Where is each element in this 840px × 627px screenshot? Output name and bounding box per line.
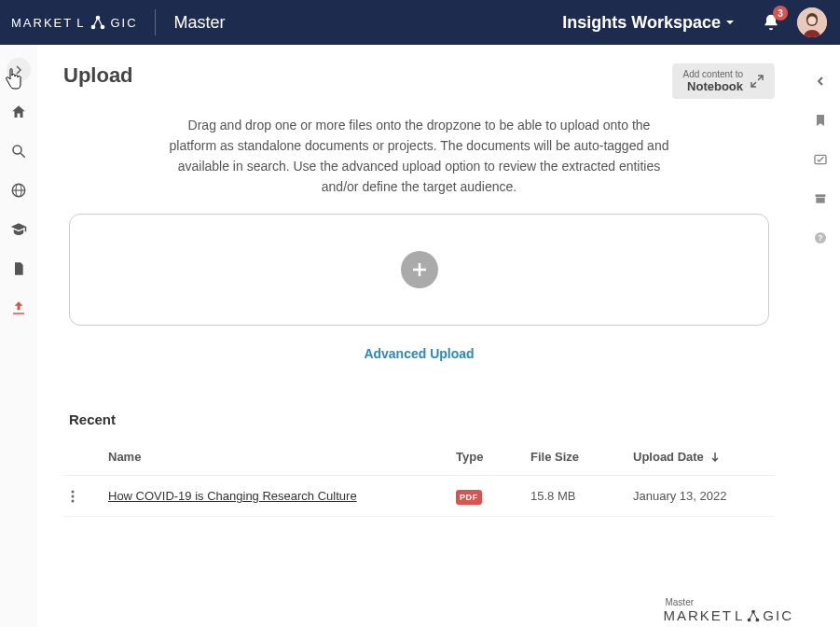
app-header: MARKET L GIC Master Insights Workspace 3 (0, 0, 840, 45)
footer-brand-c: GIC (763, 607, 793, 623)
sort-desc-icon (709, 452, 721, 463)
kebab-icon (71, 490, 75, 503)
caret-down-icon (724, 17, 736, 28)
svg-line-19 (753, 611, 757, 620)
svg-rect-22 (816, 198, 824, 203)
right-rail-checkmark[interactable] (812, 151, 829, 168)
upload-date: January 13, 2022 (626, 476, 775, 517)
document-icon (11, 260, 26, 277)
advanced-upload-link[interactable]: Advanced Upload (63, 346, 775, 361)
svg-point-15 (748, 618, 751, 621)
avatar-icon (797, 7, 827, 37)
globe-icon (10, 182, 27, 199)
brand-logo[interactable]: MARKET L GIC (0, 9, 156, 35)
recent-section-title: Recent (69, 411, 775, 427)
table-row: How COVID-19 is Changing Research Cultur… (63, 476, 775, 517)
col-name[interactable]: Name (101, 439, 448, 476)
brand-text-a: MARKET (11, 16, 73, 30)
footer-small: Master (665, 597, 793, 607)
notebook-line2: Notebook (683, 80, 744, 94)
add-to-notebook-button[interactable]: Add content to Notebook (672, 63, 776, 99)
footer-molecule-icon (746, 608, 761, 623)
brand-text-b: L (76, 16, 85, 30)
right-rail-help[interactable]: ? (812, 230, 829, 246)
insights-workspace-dropdown[interactable]: Insights Workspace (562, 13, 736, 33)
file-size: 15.8 MB (523, 476, 626, 517)
svg-rect-21 (816, 194, 826, 197)
col-size[interactable]: File Size (523, 439, 626, 476)
rail-expand-toggle[interactable] (7, 58, 31, 82)
chevron-left-icon (816, 77, 825, 86)
svg-line-4 (98, 18, 103, 27)
col-date[interactable]: Upload Date (626, 439, 775, 476)
upload-dropzone[interactable] (69, 214, 769, 326)
right-rail-collapse[interactable] (812, 73, 829, 90)
nav-globe[interactable] (9, 181, 28, 200)
upload-icon (10, 300, 27, 316)
right-nav-rail: ? (801, 45, 840, 627)
svg-line-3 (93, 18, 98, 27)
notifications-button[interactable]: 3 (762, 13, 780, 32)
svg-point-17 (756, 618, 760, 621)
dropzone-plus-icon (401, 251, 438, 288)
main-content: Upload Add content to Notebook Drag and … (37, 45, 801, 627)
recent-uploads-table: Name Type File Size Upload Date (63, 439, 775, 517)
row-actions-menu[interactable] (63, 476, 101, 517)
nav-home[interactable] (9, 103, 28, 121)
home-icon (10, 104, 27, 120)
user-avatar[interactable] (797, 7, 827, 37)
nav-education[interactable] (9, 220, 28, 239)
svg-point-6 (808, 17, 817, 25)
svg-point-16 (751, 609, 755, 613)
svg-line-8 (21, 153, 25, 158)
upload-instructions: Drag and drop one or more files onto the… (168, 116, 671, 197)
insights-label: Insights Workspace (562, 13, 721, 33)
page-title: Upload (63, 63, 133, 88)
right-rail-bookmark[interactable] (812, 112, 829, 129)
archive-icon (813, 191, 828, 206)
workspace-name[interactable]: Master (156, 13, 226, 33)
footer-brand: Master MARKET L GIC (663, 597, 793, 623)
notebook-line1: Add content to (683, 69, 744, 80)
svg-line-18 (750, 611, 753, 620)
expand-icon (750, 75, 764, 88)
svg-point-7 (13, 146, 21, 154)
footer-brand-a: MARKET (663, 607, 733, 623)
brand-molecule-icon (90, 14, 106, 31)
brand-text-c: GIC (110, 16, 137, 30)
search-icon (10, 143, 27, 160)
svg-point-14 (72, 499, 75, 502)
svg-point-13 (72, 495, 75, 497)
col-date-label: Upload Date (633, 450, 704, 464)
notification-badge: 3 (773, 6, 788, 21)
svg-text:?: ? (818, 233, 822, 243)
chevron-right-icon (14, 65, 23, 75)
left-nav-rail (0, 45, 37, 627)
nav-upload[interactable] (9, 299, 28, 317)
check-box-icon (813, 152, 828, 167)
nav-document[interactable] (9, 259, 28, 278)
nav-search[interactable] (9, 142, 28, 160)
col-type[interactable]: Type (448, 439, 523, 476)
bookmark-icon (813, 113, 828, 128)
help-icon: ? (813, 230, 828, 245)
graduation-cap-icon (10, 221, 27, 238)
file-type-badge: PDF (456, 490, 482, 505)
right-rail-archive[interactable] (812, 190, 829, 207)
file-name-link[interactable]: How COVID-19 is Changing Research Cultur… (108, 489, 357, 503)
footer-brand-b: L (735, 607, 744, 623)
svg-point-12 (72, 490, 75, 493)
